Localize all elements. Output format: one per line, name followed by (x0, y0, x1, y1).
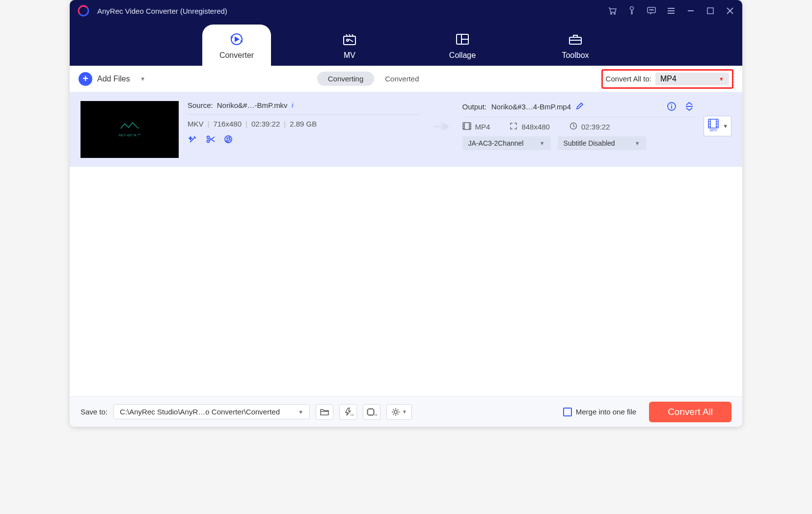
high-speed-button[interactable]: OFF (363, 404, 380, 420)
svg-text:MP4: MP4 (710, 128, 717, 132)
convert-all-label: Convert All to: (606, 75, 651, 83)
chevron-down-icon: ▼ (402, 409, 407, 414)
output-dropdowns: JA-AC3-2Channel▼ Subtitle Disabled▼ (462, 136, 695, 150)
output-format: MP4 (475, 123, 490, 131)
chevron-down-icon: ▼ (540, 140, 545, 146)
toolbar: + Add Files ▼ Converting Converted Conve… (70, 66, 742, 92)
save-path-value: C:\AnyRec Studio\AnyR…o Converter\Conver… (120, 408, 280, 416)
source-meta: MKV| 716x480| 02:39:22| 2.89 GB (188, 120, 420, 128)
svg-point-0 (611, 13, 612, 15)
open-folder-button[interactable] (316, 404, 333, 420)
add-files-label: Add Files (97, 75, 130, 83)
maximize-icon[interactable] (705, 5, 716, 16)
subtitle-dropdown[interactable]: Subtitle Disabled▼ (558, 136, 646, 150)
subtab-converted[interactable]: Converted (374, 72, 430, 86)
settings-button[interactable]: ▼ (386, 404, 412, 420)
film-icon (462, 122, 471, 131)
app-logo-icon (77, 4, 90, 18)
source-actions (188, 134, 420, 145)
compress-icon[interactable] (684, 101, 695, 112)
svg-text:OFF: OFF (351, 413, 353, 416)
mv-icon (315, 30, 384, 48)
video-thumbnail[interactable]: Mo*-es* A.** (81, 101, 179, 158)
svg-point-2 (630, 7, 634, 10)
media-info-icon[interactable] (666, 101, 677, 112)
convert-all-button[interactable]: Convert All (649, 402, 731, 422)
svg-rect-25 (368, 409, 374, 415)
svg-point-5 (651, 9, 652, 10)
save-path-dropdown[interactable]: C:\AnyRec Studio\AnyR…o Converter\Conver… (113, 404, 310, 419)
collage-icon (428, 30, 497, 48)
tab-converter[interactable]: Converter (202, 25, 271, 66)
tab-mv[interactable]: MV (315, 30, 384, 66)
output-prefix: Output: (462, 103, 487, 111)
svg-point-16 (229, 137, 230, 138)
format-mp4-icon: MP4 (707, 118, 720, 134)
main-nav: Converter MV Collage Toolbox (70, 22, 742, 66)
checkbox-icon (563, 408, 572, 416)
svg-point-10 (347, 39, 349, 41)
close-icon[interactable] (725, 5, 735, 16)
chevron-down-icon: ▼ (298, 409, 303, 415)
footer: Save to: C:\AnyRec Studio\AnyR…o Convert… (70, 396, 742, 427)
save-to-label: Save to: (81, 408, 108, 416)
plus-icon: + (79, 72, 92, 86)
svg-point-27 (394, 411, 397, 413)
svg-point-15 (227, 138, 228, 139)
convert-all-value: MP4 (660, 75, 677, 83)
output-duration: 02:39:22 (581, 123, 610, 131)
converter-icon (202, 30, 271, 48)
tab-collage[interactable]: Collage (428, 30, 497, 66)
svg-point-17 (229, 139, 230, 140)
output-resolution: 848x480 (521, 123, 550, 131)
app-title: AnyRec Video Converter (Unregistered) (97, 7, 227, 15)
convert-all-dropdown[interactable]: MP4 ▼ (655, 73, 729, 85)
key-icon[interactable] (626, 5, 637, 16)
add-files-button[interactable]: + Add Files ▼ (79, 72, 146, 86)
feedback-icon[interactable] (646, 5, 657, 16)
output-column: Output: Noriko&#3…4-BmP.mp4 MP4 848x480 … (462, 101, 695, 150)
merge-checkbox[interactable]: Merge into one file (563, 408, 636, 416)
source-prefix: Source: (188, 101, 213, 109)
source-size: 2.89 GB (290, 120, 317, 128)
source-duration: 02:39:22 (251, 120, 280, 128)
minimize-icon[interactable] (685, 5, 696, 16)
titlebar-icons (607, 5, 735, 16)
arrow-icon (429, 101, 454, 132)
output-filename: Noriko&#3…4-BmP.mp4 (491, 103, 571, 111)
titlebar: AnyRec Video Converter (Unregistered) (70, 0, 742, 22)
toolbox-icon (541, 30, 610, 48)
svg-text:OFF: OFF (374, 413, 377, 416)
edit-icon[interactable] (576, 102, 584, 111)
queue-item: Mo*-es* A.** Source: Noriko&#…-BmP.mkv i… (70, 92, 742, 167)
svg-point-4 (650, 9, 650, 10)
svg-point-6 (652, 9, 653, 10)
source-filename: Noriko&#…-BmP.mkv (217, 101, 288, 109)
svg-point-1 (614, 13, 616, 15)
subtab-converting[interactable]: Converting (317, 72, 375, 86)
effects-icon[interactable] (223, 134, 234, 145)
output-line: Output: Noriko&#3…4-BmP.mp4 (462, 101, 695, 117)
source-format: MKV (188, 120, 204, 128)
chevron-down-icon: ▼ (719, 76, 724, 82)
enhance-icon[interactable] (188, 134, 198, 145)
merge-label: Merge into one file (576, 408, 636, 416)
gpu-accel-button[interactable]: OFF (339, 404, 357, 420)
info-icon[interactable]: i (292, 101, 294, 109)
audio-track-dropdown[interactable]: JA-AC3-2Channel▼ (462, 136, 551, 150)
source-column: Source: Noriko&#…-BmP.mkv i MKV| 716x480… (188, 101, 420, 145)
source-line: Source: Noriko&#…-BmP.mkv i (188, 101, 420, 114)
chevron-down-icon: ▼ (140, 76, 146, 82)
svg-point-18 (226, 140, 228, 142)
app-window: AnyRec Video Converter (Unregistered) Co… (70, 0, 742, 427)
output-format-button[interactable]: MP4 ▼ (704, 116, 731, 136)
convert-all-format: Convert All to: MP4 ▼ (601, 69, 733, 89)
svg-rect-9 (344, 36, 355, 45)
source-resolution: 716x480 (213, 120, 242, 128)
tab-toolbox[interactable]: Toolbox (541, 30, 610, 66)
cart-icon[interactable] (607, 5, 618, 16)
menu-icon[interactable] (666, 5, 677, 16)
conversion-queue: Mo*-es* A.** Source: Noriko&#…-BmP.mkv i… (70, 92, 742, 396)
clock-icon (569, 122, 577, 131)
trim-icon[interactable] (205, 134, 216, 145)
